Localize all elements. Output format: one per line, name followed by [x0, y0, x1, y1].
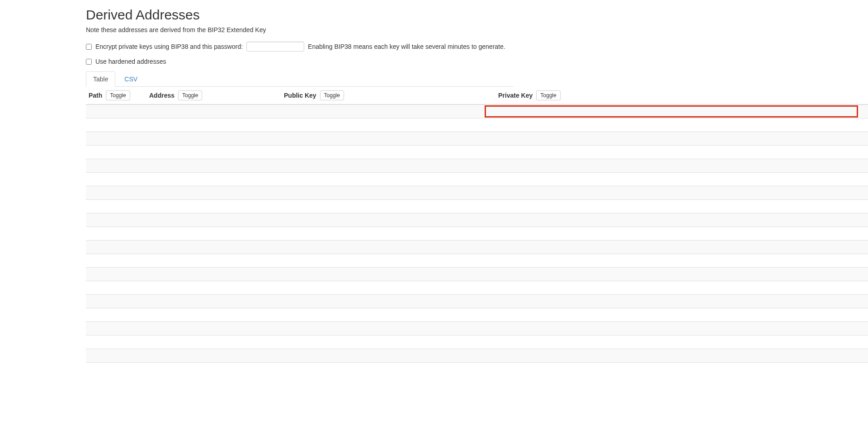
- cell-privkey: [495, 172, 868, 186]
- cell-privkey: [495, 254, 868, 267]
- cell-path: [86, 213, 146, 227]
- cell-privkey: [495, 267, 868, 281]
- cell-pubkey: [281, 159, 495, 172]
- cell-privkey: [495, 227, 868, 240]
- cell-pubkey: [281, 308, 495, 321]
- cell-path: [86, 321, 146, 335]
- cell-path: [86, 104, 146, 118]
- cell-pubkey: [281, 294, 495, 308]
- toggle-address-button[interactable]: Toggle: [178, 90, 202, 100]
- cell-address: [146, 132, 281, 145]
- table-row: [86, 213, 868, 227]
- cell-pubkey: [281, 132, 495, 145]
- table-row: [86, 254, 868, 267]
- cell-privkey: [495, 281, 868, 294]
- cell-address: [146, 267, 281, 281]
- cell-address: [146, 308, 281, 321]
- bip38-label: Encrypt private keys using BIP38 and thi…: [95, 43, 243, 50]
- table-row: [86, 118, 868, 132]
- toggle-privkey-button[interactable]: Toggle: [536, 90, 560, 100]
- cell-path: [86, 199, 146, 213]
- bip38-checkbox[interactable]: [86, 44, 92, 50]
- cell-address: [146, 294, 281, 308]
- table-row: [86, 308, 868, 321]
- cell-address: [146, 335, 281, 349]
- cell-path: [86, 349, 146, 362]
- cell-path: [86, 159, 146, 172]
- cell-pubkey: [281, 227, 495, 240]
- toggle-pubkey-button[interactable]: Toggle: [320, 90, 344, 100]
- cell-address: [146, 172, 281, 186]
- bip38-password-input[interactable]: [246, 42, 304, 52]
- page-title: Derived Addresses: [86, 7, 868, 23]
- cell-address: [146, 362, 281, 376]
- cell-path: [86, 132, 146, 145]
- cell-address: [146, 349, 281, 362]
- cell-privkey: [495, 213, 868, 227]
- cell-pubkey: [281, 321, 495, 335]
- cell-address: [146, 159, 281, 172]
- tab-table[interactable]: Table: [86, 71, 115, 87]
- table-row: [86, 145, 868, 159]
- cell-pubkey: [281, 362, 495, 376]
- cell-address: [146, 321, 281, 335]
- table-row: [86, 227, 868, 240]
- highlight-box: [485, 105, 858, 118]
- bip38-row: Encrypt private keys using BIP38 and thi…: [86, 42, 868, 52]
- table-row: [86, 321, 868, 335]
- cell-pubkey: [281, 145, 495, 159]
- cell-pubkey: [281, 335, 495, 349]
- cell-privkey: [495, 132, 868, 145]
- cell-pubkey: [281, 172, 495, 186]
- tabs: Table CSV: [86, 71, 514, 87]
- table-row: [86, 159, 868, 172]
- cell-path: [86, 308, 146, 321]
- tab-csv[interactable]: CSV: [117, 71, 145, 87]
- cell-privkey: [495, 145, 868, 159]
- cell-privkey: [495, 321, 868, 335]
- cell-pubkey: [281, 186, 495, 199]
- table-row: [86, 267, 868, 281]
- cell-address: [146, 186, 281, 199]
- cell-address: [146, 118, 281, 132]
- cell-privkey: [495, 199, 868, 213]
- cell-path: [86, 281, 146, 294]
- table-row: [86, 199, 868, 213]
- cell-path: [86, 240, 146, 254]
- cell-privkey: [495, 335, 868, 349]
- cell-pubkey: [281, 240, 495, 254]
- hardened-label: Use hardened addresses: [95, 58, 166, 65]
- table-row: [86, 362, 868, 376]
- table-row: [86, 172, 868, 186]
- cell-privkey: [495, 240, 868, 254]
- cell-pubkey: [281, 104, 495, 118]
- cell-address: [146, 213, 281, 227]
- cell-pubkey: [281, 254, 495, 267]
- cell-path: [86, 267, 146, 281]
- cell-path: [86, 172, 146, 186]
- cell-privkey: [495, 186, 868, 199]
- addresses-table: Path Toggle Address Toggle Public Key: [86, 87, 868, 376]
- cell-privkey: [495, 308, 868, 321]
- cell-path: [86, 294, 146, 308]
- table-row: [86, 132, 868, 145]
- table-row: [86, 349, 868, 362]
- th-pubkey: Public Key: [284, 92, 316, 99]
- cell-address: [146, 104, 281, 118]
- cell-address: [146, 199, 281, 213]
- cell-pubkey: [281, 281, 495, 294]
- toggle-path-button[interactable]: Toggle: [106, 90, 130, 100]
- cell-address: [146, 254, 281, 267]
- cell-path: [86, 335, 146, 349]
- table-row: [86, 335, 868, 349]
- cell-privkey: [495, 118, 868, 132]
- table-row: [86, 281, 868, 294]
- cell-pubkey: [281, 267, 495, 281]
- th-privkey: Private Key: [498, 92, 533, 99]
- hardened-checkbox[interactable]: [86, 59, 92, 65]
- table-row: [86, 294, 868, 308]
- cell-pubkey: [281, 349, 495, 362]
- cell-privkey: [495, 294, 868, 308]
- cell-path: [86, 254, 146, 267]
- cell-pubkey: [281, 213, 495, 227]
